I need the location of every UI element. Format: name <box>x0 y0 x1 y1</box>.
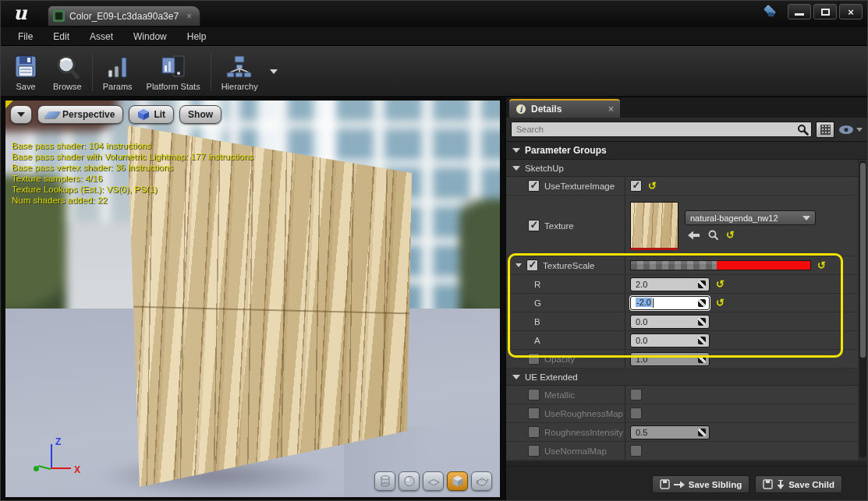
override-checkbox[interactable] <box>528 389 540 400</box>
minimize-button[interactable] <box>788 4 811 19</box>
menu-edit[interactable]: Edit <box>44 29 79 44</box>
title-bar: u Color_E09-Lc3daa90a3e7 × × <box>1 1 867 27</box>
preview-cube-button[interactable] <box>447 471 468 491</box>
close-button[interactable]: × <box>839 4 863 19</box>
details-scrollbar[interactable] <box>859 161 866 457</box>
category-label: SketchUp <box>525 164 564 173</box>
texture-asset-dropdown[interactable]: natural-bagenda_nw12 <box>685 210 816 225</box>
text-caret <box>653 298 654 308</box>
menu-asset[interactable]: Asset <box>80 29 122 44</box>
details-tab-bar: i Details × <box>506 97 868 118</box>
browse-button[interactable]: Browse <box>46 49 89 94</box>
value-checkbox[interactable] <box>630 445 642 457</box>
expander-icon[interactable] <box>515 263 522 267</box>
visibility-filter-button[interactable] <box>838 125 864 135</box>
cylinder-icon <box>378 475 392 488</box>
preview-viewport[interactable]: Perspective Lit Show <box>1 97 505 501</box>
menu-help[interactable]: Help <box>178 29 216 44</box>
unreal-logo-icon: u <box>9 2 32 26</box>
param-label: RoughnessIntensity <box>544 428 623 437</box>
details-tab-close-icon[interactable]: × <box>608 104 614 115</box>
menu-window[interactable]: Window <box>124 29 176 44</box>
scrollbar-thumb[interactable] <box>860 163 866 358</box>
drag-handle-icon[interactable] <box>698 318 706 326</box>
grid-icon <box>820 125 831 135</box>
platform-stats-button[interactable]: Platform Stats <box>140 49 207 94</box>
details-footer: Save Sibling Save Child <box>506 466 868 501</box>
viewport-options-button[interactable] <box>10 105 32 124</box>
teapot-icon <box>475 475 489 488</box>
param-label: UseRoughnessMap <box>544 409 623 418</box>
browse-to-asset-icon[interactable] <box>708 230 718 240</box>
arrow-down-icon <box>777 480 785 489</box>
use-selected-arrow-icon[interactable] <box>688 231 700 240</box>
floppy-icon <box>660 479 670 489</box>
value-spinbox-roughness[interactable]: 0.5 <box>630 425 710 439</box>
view-options-button[interactable] <box>816 122 834 138</box>
save-sibling-label: Save Sibling <box>689 480 742 489</box>
value-spinbox-g-focused[interactable]: -2.0 <box>630 296 710 310</box>
floppy-icon <box>12 55 39 79</box>
save-button[interactable]: Save <box>5 49 46 94</box>
chevron-down-icon <box>17 112 25 117</box>
save-sibling-button[interactable]: Save Sibling <box>652 475 749 493</box>
viewport-content[interactable]: Perspective Lit Show <box>5 101 500 497</box>
override-checkbox[interactable] <box>528 220 540 231</box>
reset-icon[interactable] <box>716 297 725 309</box>
search-input[interactable] <box>511 122 812 137</box>
value-checkbox[interactable] <box>630 180 642 192</box>
override-checkbox[interactable] <box>528 445 540 457</box>
value-spinbox-a[interactable]: 0.0 <box>630 333 710 348</box>
toolbar-separator <box>92 52 93 91</box>
tab-close-icon[interactable]: × <box>186 11 192 22</box>
reset-icon[interactable] <box>648 180 657 192</box>
preview-plane-button[interactable] <box>423 471 444 491</box>
unreal-editor-window: u Color_E09-Lc3daa90a3e7 × × File Edit A… <box>0 0 868 501</box>
category-ue-extended[interactable]: UE Extended <box>506 369 858 386</box>
override-checkbox[interactable] <box>528 426 540 438</box>
vector-color-bar[interactable] <box>630 260 811 270</box>
preview-teapot-button[interactable] <box>471 471 492 491</box>
menu-file[interactable]: File <box>9 29 42 44</box>
preview-sphere-button[interactable] <box>399 471 420 491</box>
value-spinbox-b[interactable]: 0.0 <box>630 315 710 329</box>
stats-line: Num shaders added: 22 <box>12 196 253 205</box>
value-spinbox-r[interactable]: 2.0 <box>630 277 710 291</box>
override-checkbox[interactable] <box>528 353 540 365</box>
value-checkbox[interactable] <box>630 408 642 419</box>
params-button[interactable]: Params <box>96 49 140 94</box>
lit-button[interactable]: Lit <box>129 105 174 124</box>
value-spinbox-opacity[interactable]: 1.0 <box>630 352 710 366</box>
document-tab[interactable]: Color_E09-Lc3daa90a3e7 × <box>48 5 200 26</box>
drag-handle-icon[interactable] <box>698 299 706 307</box>
drag-handle-icon[interactable] <box>698 337 706 344</box>
category-sketchup[interactable]: SketchUp <box>506 160 858 177</box>
reset-icon[interactable] <box>726 229 735 241</box>
search-icon <box>797 124 809 136</box>
override-checkbox[interactable] <box>526 259 538 271</box>
hierarchy-button[interactable]: Hierarchy <box>214 49 265 94</box>
details-tab[interactable]: i Details × <box>509 99 620 118</box>
hierarchy-dropdown-caret-icon[interactable] <box>270 69 278 74</box>
spin-value: 2.0 <box>636 280 647 289</box>
texture-asset-name: natural-bagenda_nw12 <box>690 213 778 223</box>
param-label: TextureScale <box>543 261 594 270</box>
preview-cylinder-button[interactable] <box>374 471 395 491</box>
save-child-button[interactable]: Save Child <box>755 475 842 493</box>
override-checkbox[interactable] <box>528 408 540 419</box>
restore-button[interactable] <box>813 4 837 19</box>
reset-icon[interactable] <box>817 259 826 271</box>
show-label: Show <box>188 109 213 120</box>
show-button[interactable]: Show <box>179 105 221 124</box>
tutorial-icon[interactable] <box>762 5 779 18</box>
drag-handle-icon[interactable] <box>698 280 706 288</box>
override-checkbox[interactable] <box>528 180 540 192</box>
hierarchy-label: Hierarchy <box>221 82 258 91</box>
magnifier-icon <box>53 55 81 79</box>
value-checkbox[interactable] <box>630 389 642 400</box>
parameter-groups-header[interactable]: Parameter Groups <box>506 141 868 160</box>
reset-icon[interactable] <box>716 278 725 290</box>
main-area: Perspective Lit Show <box>1 97 868 501</box>
perspective-button[interactable]: Perspective <box>37 105 123 124</box>
texture-thumbnail[interactable] <box>630 202 678 250</box>
